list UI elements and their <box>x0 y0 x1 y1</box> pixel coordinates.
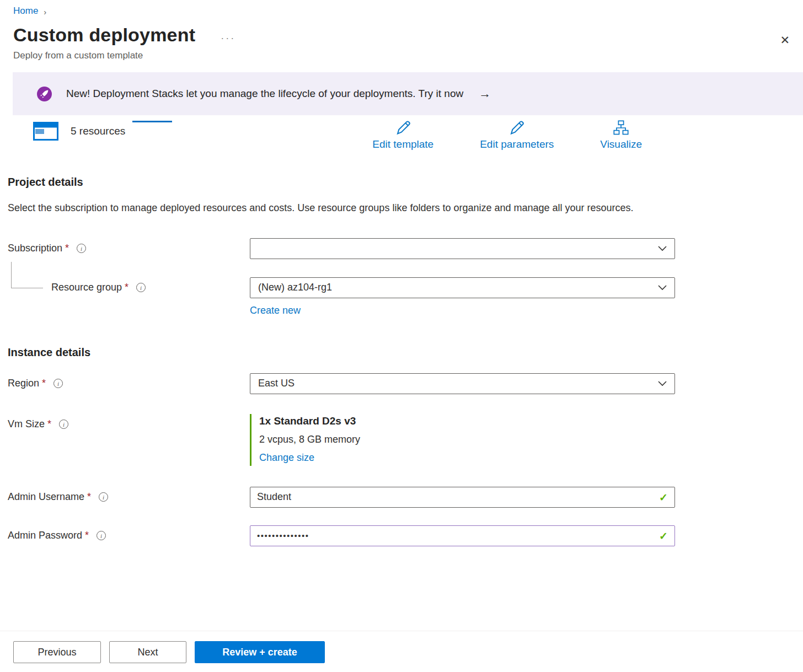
edit-template-label: Edit template <box>372 138 433 150</box>
rocket-icon <box>37 87 52 101</box>
required-marker: * <box>85 530 89 541</box>
breadcrumb-chevron-icon: › <box>44 7 46 17</box>
previous-button[interactable]: Previous <box>13 641 101 663</box>
breadcrumb-home-link[interactable]: Home <box>13 6 38 17</box>
create-new-row: Create new <box>8 305 790 316</box>
page-subtitle: Deploy from a custom template <box>13 50 790 61</box>
admin-password-label: Admin Password <box>8 530 82 541</box>
info-icon[interactable]: i <box>59 420 68 429</box>
clipped-template-link <box>132 121 172 122</box>
info-icon[interactable]: i <box>97 531 106 540</box>
org-chart-icon <box>613 120 629 136</box>
subscription-dropdown[interactable] <box>250 238 675 259</box>
project-details-heading: Project details <box>8 176 790 189</box>
info-icon[interactable]: i <box>77 244 86 253</box>
banner-message: New! Deployment Stacks let you manage th… <box>66 88 463 100</box>
vm-size-selection: 1x Standard D2s v3 2 vcpus, 8 GB memory … <box>250 414 675 466</box>
vm-size-specs: 2 vcpus, 8 GB memory <box>259 434 675 445</box>
chevron-down-icon <box>658 285 667 291</box>
subscription-label: Subscription <box>8 243 62 254</box>
template-summary-bar: 5 resources Edit template Edit parameter… <box>0 120 803 150</box>
info-icon[interactable]: i <box>53 379 63 388</box>
vm-size-label: Vm Size <box>8 418 45 430</box>
vm-size-title: 1x Standard D2s v3 <box>259 415 675 427</box>
required-marker: * <box>87 491 91 503</box>
page-title: Custom deployment <box>13 24 195 46</box>
required-marker: * <box>47 418 51 430</box>
valid-check-icon: ✓ <box>659 529 668 542</box>
required-marker: * <box>65 243 69 254</box>
project-details-description: Select the subscription to manage deploy… <box>8 200 642 217</box>
region-value: East US <box>258 378 295 389</box>
arrow-right-icon[interactable]: → <box>479 87 491 101</box>
admin-password-input[interactable] <box>250 525 675 546</box>
resource-group-dropdown[interactable]: (New) az104-rg1 <box>250 277 675 298</box>
pencil-icon <box>508 120 525 136</box>
edit-parameters-button[interactable]: Edit parameters <box>480 120 554 150</box>
required-marker: * <box>42 378 46 389</box>
admin-username-input[interactable] <box>250 487 675 508</box>
region-row: Region * i East US <box>8 373 790 394</box>
region-dropdown[interactable]: East US <box>250 373 675 394</box>
info-icon[interactable]: i <box>136 283 146 292</box>
vm-size-row: Vm Size * i 1x Standard D2s v3 2 vcpus, … <box>8 414 790 466</box>
edit-template-button[interactable]: Edit template <box>372 120 433 150</box>
instance-details-heading: Instance details <box>8 346 790 359</box>
visualize-label: Visualize <box>600 138 642 150</box>
valid-check-icon: ✓ <box>659 491 668 503</box>
next-button[interactable]: Next <box>109 641 186 663</box>
resource-group-label: Resource group <box>51 282 122 293</box>
edit-parameters-label: Edit parameters <box>480 138 554 150</box>
required-marker: * <box>125 282 129 293</box>
chevron-down-icon <box>658 246 667 251</box>
info-icon[interactable]: i <box>99 492 108 502</box>
review-create-button[interactable]: Review + create <box>195 641 325 663</box>
breadcrumb: Home › <box>13 0 790 17</box>
hierarchy-connector-line <box>11 262 43 288</box>
subscription-row: Subscription * i <box>8 238 790 259</box>
create-new-link[interactable]: Create new <box>250 305 301 316</box>
more-options-button[interactable]: ··· <box>221 26 235 44</box>
region-label: Region <box>8 378 39 389</box>
admin-username-label: Admin Username <box>8 491 84 503</box>
pencil-icon <box>395 120 411 136</box>
admin-password-row: Admin Password * i ✓ <box>8 525 790 546</box>
resource-group-value: (New) az104-rg1 <box>258 282 332 293</box>
resource-count-label: 5 resources <box>71 125 125 137</box>
chevron-down-icon <box>658 381 667 386</box>
deployment-stacks-banner[interactable]: New! Deployment Stacks let you manage th… <box>13 72 803 115</box>
wizard-footer: Previous Next Review + create <box>0 631 803 672</box>
custom-deployment-page: Home › Custom deployment ··· ✕ Deploy fr… <box>0 0 803 672</box>
visualize-button[interactable]: Visualize <box>600 120 642 150</box>
resource-group-row: Resource group * i (New) az104-rg1 <box>8 277 790 298</box>
template-icon <box>33 122 58 141</box>
close-icon[interactable]: ✕ <box>780 34 790 46</box>
change-size-link[interactable]: Change size <box>259 452 314 464</box>
admin-username-row: Admin Username * i ✓ <box>8 487 790 508</box>
